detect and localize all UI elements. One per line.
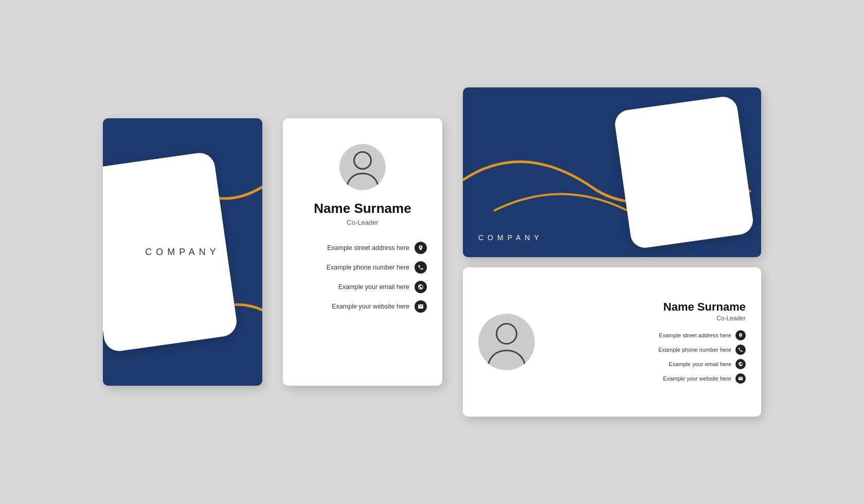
card-vertical-front: Name Surname Co-Leader Example street ad… (283, 118, 442, 386)
person-name-vertical: Name Surname (314, 201, 411, 217)
contact-text-h-website: Example your website here (663, 375, 731, 382)
contact-item-h-website: Example your website here (663, 373, 746, 384)
contact-list-horizontal: Example street address here Example phon… (545, 330, 746, 384)
contact-item-phone: Example phone number here (298, 261, 427, 274)
right-column: COMPANY Name Surname Co-Leader Example s… (463, 87, 761, 417)
card-horizontal-front: Name Surname Co-Leader Example street ad… (463, 267, 761, 417)
contact-icon-h-website (735, 373, 746, 384)
contact-text-h-address: Example street address here (659, 332, 731, 338)
avatar-area-horizontal (478, 314, 535, 370)
contact-text-h-phone: Example phone number here (658, 347, 731, 353)
person-title-vertical: Co-Leader (347, 219, 378, 226)
contact-text-h-email: Example your email here (669, 361, 731, 367)
contact-item-h-phone: Example phone number here (658, 345, 746, 355)
company-name-horizontal: COMPANY (478, 233, 543, 242)
contact-icon-h-phone (735, 345, 746, 355)
contact-icon-address (415, 242, 427, 254)
info-area-horizontal: Name Surname Co-Leader Example street ad… (545, 300, 746, 384)
avatar-horizontal (478, 314, 535, 370)
avatar-head (353, 151, 372, 170)
contact-text-address: Example street address here (327, 244, 409, 251)
contact-item-h-address: Example street address here (659, 330, 746, 340)
card-horizontal-back: COMPANY (463, 87, 761, 257)
contact-icon-h-email (735, 359, 746, 369)
contact-item-address: Example street address here (298, 242, 427, 254)
avatar-shoulders (346, 173, 379, 188)
company-name-back: COMPANY (145, 247, 220, 258)
contact-icon-phone (415, 261, 427, 274)
contact-item-h-email: Example your email here (669, 359, 746, 369)
avatar-head-h (496, 323, 517, 345)
person-title-horizontal: Co-Leader (716, 315, 746, 322)
contact-item-email: Example your email here (298, 281, 427, 293)
canvas: COMPANY Name Surname Co-Leader Example s… (46, 87, 818, 417)
white-shape-horizontal (613, 95, 754, 250)
contact-icon-email (415, 281, 427, 293)
contact-text-website: Example your website here (332, 303, 409, 310)
contact-icon-h-address (735, 330, 746, 340)
card-vertical-back: COMPANY (103, 118, 262, 386)
avatar-shoulders-h (487, 350, 526, 368)
contact-icon-website (415, 300, 427, 313)
contact-text-phone: Example phone number here (327, 264, 409, 271)
person-name-horizontal: Name Surname (663, 300, 746, 314)
contact-text-email: Example your email here (338, 283, 409, 291)
avatar-vertical (339, 144, 386, 190)
contact-list-vertical: Example street address here Example phon… (283, 242, 442, 313)
contact-item-website: Example your website here (298, 300, 427, 313)
